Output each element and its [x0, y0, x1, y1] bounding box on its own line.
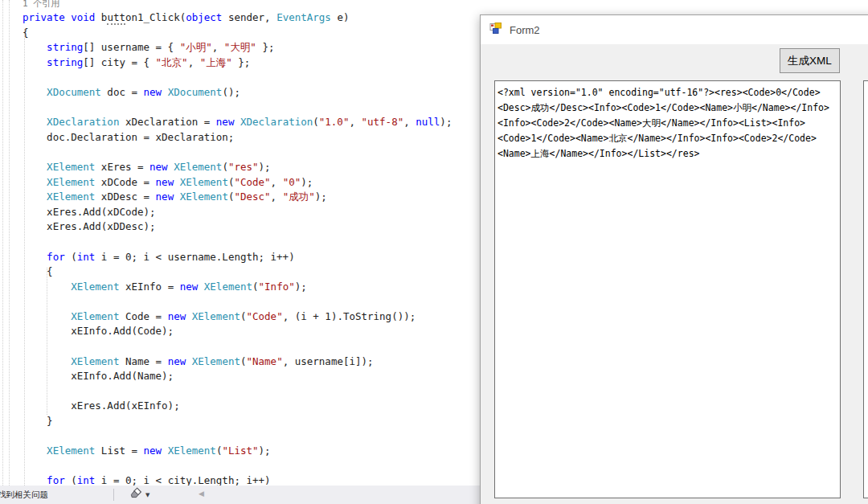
code-line	[23, 70, 452, 85]
code-line: xEInfo.Add(Name);	[23, 369, 452, 384]
winforms-app-icon	[489, 22, 502, 38]
right-textbox-partial[interactable]	[863, 80, 868, 498]
code-line: doc.Declaration = xDeclaration;	[23, 130, 452, 145]
code-line	[23, 145, 452, 160]
code-line: {	[23, 26, 452, 41]
scrollbar-left-arrow[interactable]: ◀	[199, 490, 204, 498]
code-line: xEres.Add(xDCode);	[23, 205, 452, 220]
xml-line: <Name>上海</Name></Info></List></res>	[497, 146, 837, 162]
code-line	[23, 459, 452, 474]
code-line	[23, 429, 452, 445]
code-line: xEres.Add(xEInfo);	[23, 399, 452, 414]
code-line: XElement Code = new XElement("Code", (i …	[23, 309, 452, 325]
code-line: 1 个引用	[23, 0, 452, 10]
code-line: }	[23, 414, 452, 429]
chevron-down-icon[interactable]: ▼	[145, 492, 149, 498]
code-line: XElement xDCode = new XElement("Code", "…	[23, 175, 452, 191]
code-line: string[] city = { "北京", "上海" };	[23, 55, 452, 71]
code-line: xEres.Add(xDDesc);	[23, 219, 452, 235]
generate-xml-button[interactable]: 生成XML	[780, 48, 840, 73]
code-line: xEInfo.Add(Code);	[23, 324, 452, 339]
xml-output-textbox[interactable]: <?xml version="1.0" encoding="utf-16"?><…	[494, 80, 841, 498]
code-line	[23, 100, 452, 116]
editor-bottom-bar: 找到相关问题 ▼ ◀	[0, 486, 480, 504]
code-line: private void button1_Click(object sender…	[23, 10, 452, 26]
xml-line: <?xml version="1.0" encoding="utf-16"?><…	[497, 85, 837, 100]
indent-guide	[9, 0, 10, 486]
document-health-text[interactable]: 找到相关问题	[0, 490, 48, 501]
code-line: XElement Name = new XElement("Name", use…	[23, 354, 452, 370]
xml-line: <Desc>成功</Desc><Info><Code>1</Code><Name…	[497, 100, 837, 116]
code-line	[23, 384, 452, 400]
code-line: for (int i = 0; i < username.Length; i++…	[23, 250, 452, 265]
code-line: XDocument doc = new XDocument();	[23, 85, 452, 100]
code-line: {	[23, 264, 452, 280]
xml-line: <Code>1</Code><Name>北京</Name></Info><Inf…	[497, 131, 837, 146]
code-text: 1 个引用private void button1_Click(object s…	[23, 0, 452, 504]
window-title: Form2	[510, 24, 540, 36]
code-line: XElement xDDesc = new XElement("Desc", "…	[23, 190, 452, 205]
code-line: string[] username = { "小明", "大明" };	[23, 40, 452, 55]
indent-guide	[2, 0, 3, 486]
code-line: XElement List = new XElement("List");	[23, 444, 452, 459]
code-line	[23, 294, 452, 309]
form2-window: Form2 生成XML <?xml version="1.0" encoding…	[480, 14, 868, 504]
broom-icon	[130, 487, 142, 502]
form2-titlebar[interactable]: Form2	[481, 15, 868, 44]
code-line: XDeclaration xDeclaration = new XDeclara…	[23, 115, 452, 130]
code-line	[23, 235, 452, 250]
code-line: XElement xEres = new XElement("res");	[23, 160, 452, 175]
code-line	[23, 339, 452, 354]
code-line: XElement xEInfo = new XElement("Info");	[23, 280, 452, 295]
separator	[113, 489, 114, 501]
vs-ide-screen: 1 个引用private void button1_Click(object s…	[0, 0, 868, 504]
code-cleanup-button[interactable]: ▼	[130, 488, 159, 502]
xml-line: <Info><Code>2</Code><Name>大明</Name></Inf…	[497, 116, 837, 131]
